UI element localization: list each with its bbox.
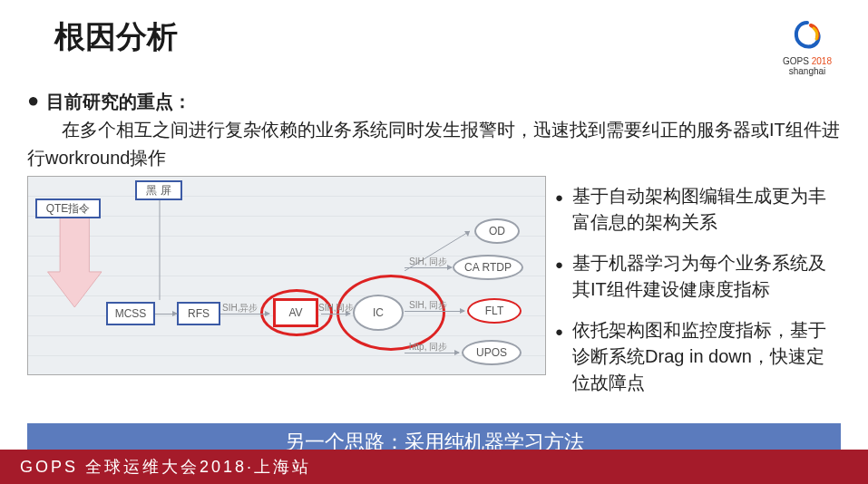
focus-text: ●目前研究的重点： 在多个相互之间进行复杂依赖的业务系统同时发生报警时，迅速找到… [27, 85, 841, 172]
page-title: 根因分析 [54, 16, 178, 58]
node-od: OD [474, 218, 520, 244]
label-sih4: SIH, 同步 [409, 299, 447, 312]
node-upos: UPOS [462, 340, 522, 365]
focus-label: 目前研究的重点： [46, 92, 191, 111]
label-sih2: SIH,同步 [318, 302, 354, 315]
point-1: 基于自动架构图编辑生成更为丰富信息的架构关系 [555, 183, 835, 236]
logo-swirl-icon [791, 20, 824, 53]
node-qte: QTE指令 [35, 198, 101, 218]
point-3: 依托架构图和监控度指标，基于诊断系统Drag in down，快速定位故障点 [555, 317, 835, 396]
logo-brand: GOPS [783, 56, 809, 66]
logo-year: 2018 [812, 56, 832, 66]
flow-arrow-icon [46, 215, 104, 324]
node-rfs: RFS [177, 302, 220, 325]
logo-block: GOPS 2018 shanghai [783, 20, 832, 76]
node-flt: FLT [467, 298, 522, 324]
point-2: 基于机器学习为每个业务系统及其IT组件建设健康度指标 [555, 250, 835, 303]
footer: GOPS 全球运维大会2018·上海站 [0, 450, 868, 484]
architecture-diagram: QTE指令 黑 屏 MCSS RFS AV IC OD CA RTDP FLT … [27, 176, 546, 375]
label-sih3: SIH, 同步 [409, 256, 447, 268]
node-blackscreen: 黑 屏 [135, 180, 182, 200]
label-http: http, 同步 [409, 341, 447, 353]
focus-body: 在多个相互之间进行复杂依赖的业务系统同时发生报警时，迅速找到需要纠正的服务器或I… [27, 120, 840, 168]
node-mcss: MCSS [106, 302, 155, 325]
logo-city: shanghai [783, 66, 832, 76]
label-sih1: SIH,异步 [222, 302, 258, 315]
right-points-list: 基于自动架构图编辑生成更为丰富信息的架构关系 基于机器学习为每个业务系统及其IT… [555, 176, 841, 411]
